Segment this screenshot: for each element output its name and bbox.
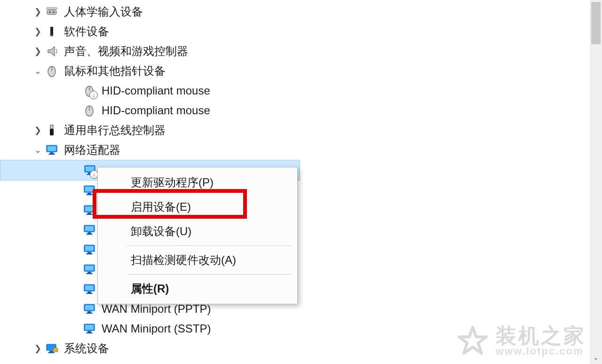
usb-icon	[44, 123, 59, 138]
menu-scan-hardware[interactable]: 扫描检测硬件改动(A)	[98, 248, 297, 272]
hid-icon	[44, 4, 59, 19]
category-label: 声音、视频和游戏控制器	[62, 44, 188, 59]
network-adapter-icon	[82, 222, 97, 237]
device-label: HID-compliant mouse	[100, 84, 210, 97]
device-network-adapter[interactable]	[0, 260, 602, 279]
network-adapter-icon	[82, 203, 97, 218]
device-label: WAN Miniport (PPTP)	[100, 302, 211, 316]
context-menu: 更新驱动程序(P) 启用设备(E) 卸载设备(U) 扫描检测硬件改动(A) 属性…	[97, 167, 298, 304]
category-audio[interactable]: ❯ 声音、视频和游戏控制器	[0, 41, 602, 61]
category-label: 网络适配器	[62, 142, 120, 158]
network-adapter-icon	[82, 262, 97, 277]
device-tree: ❯ 人体学输入设备 ❯ 软件设备 ❯ 声音、视频和游戏控制器 ⌄ 鼠标和其他指针…	[0, 0, 602, 358]
expander-expanded-icon[interactable]: ⌄	[32, 145, 43, 155]
device-network-adapter[interactable]	[0, 200, 602, 220]
software-device-icon	[44, 24, 59, 39]
category-label: 系统设备	[62, 341, 109, 356]
menu-uninstall-device[interactable]: 卸载设备(U)	[98, 219, 297, 244]
system-icon	[44, 341, 59, 356]
network-adapter-icon	[82, 301, 97, 317]
category-system[interactable]: ❯ 系统设备	[0, 339, 602, 358]
device-wan-miniport-pptp[interactable]: WAN Miniport (PPTP)	[0, 299, 602, 319]
network-adapter-icon: ↓	[82, 163, 97, 178]
mouse-icon	[44, 63, 59, 79]
expander-expanded-icon[interactable]: ⌄	[32, 66, 43, 76]
disabled-overlay-icon: ↓	[89, 91, 98, 99]
scroll-down-icon[interactable]: ⌄	[590, 354, 602, 361]
mouse-icon	[82, 103, 97, 118]
expander-collapsed-icon[interactable]: ❯	[32, 7, 43, 17]
speaker-icon	[44, 44, 59, 59]
expander-collapsed-icon[interactable]: ❯	[32, 125, 43, 135]
device-hid-mouse-1[interactable]: HID-compliant mouse	[0, 101, 602, 120]
menu-properties[interactable]: 属性(R)	[98, 277, 297, 301]
device-network-adapter[interactable]	[0, 279, 602, 299]
device-hid-mouse-0[interactable]: ↓ HID-compliant mouse	[0, 81, 602, 101]
network-icon	[44, 142, 59, 158]
menu-enable-device[interactable]: 启用设备(E)	[98, 195, 297, 219]
expander-collapsed-icon[interactable]: ❯	[32, 343, 43, 354]
category-software-devices[interactable]: ❯ 软件设备	[0, 22, 602, 41]
vertical-scrollbar[interactable]: ⌄	[590, 0, 602, 364]
network-adapter-icon	[82, 183, 97, 198]
menu-separator	[127, 245, 292, 246]
device-label: HID-compliant mouse	[100, 104, 210, 117]
mouse-icon: ↓	[82, 83, 97, 98]
device-wan-miniport-sstp[interactable]: WAN Miniport (SSTP)	[0, 319, 602, 339]
category-mouse[interactable]: ⌄ 鼠标和其他指针设备	[0, 61, 602, 81]
category-label: 人体学输入设备	[62, 4, 143, 19]
category-label: 软件设备	[62, 24, 109, 39]
device-network-adapter[interactable]	[0, 240, 602, 260]
device-label: WAN Miniport (SSTP)	[100, 322, 211, 335]
network-adapter-icon	[82, 282, 97, 297]
category-label: 鼠标和其他指针设备	[62, 63, 166, 79]
network-adapter-icon	[82, 321, 97, 336]
menu-update-driver[interactable]: 更新驱动程序(P)	[98, 170, 297, 195]
category-hid[interactable]: ❯ 人体学输入设备	[0, 2, 602, 22]
expander-collapsed-icon[interactable]: ❯	[32, 46, 43, 56]
scrollbar-thumb[interactable]	[591, 2, 601, 44]
network-adapter-icon	[82, 242, 97, 257]
category-network[interactable]: ⌄ 网络适配器	[0, 140, 602, 160]
expander-collapsed-icon[interactable]: ❯	[32, 26, 43, 37]
device-network-adapter[interactable]	[0, 220, 602, 240]
category-label: 通用串行总线控制器	[62, 123, 166, 138]
category-usb[interactable]: ❯ 通用串行总线控制器	[0, 120, 602, 140]
device-network-adapter[interactable]	[0, 181, 602, 200]
menu-separator	[127, 274, 292, 275]
